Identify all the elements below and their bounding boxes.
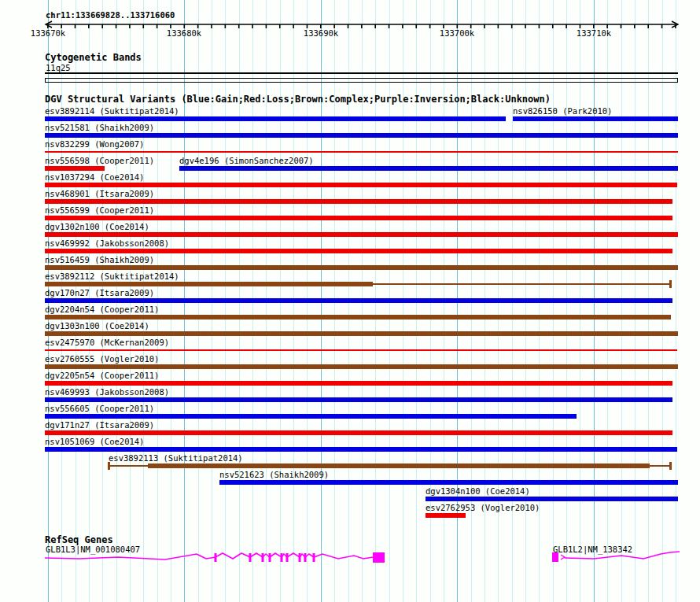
cytoband-label[interactable]: 11q25 [46,63,71,72]
gridline [676,0,676,602]
cytoband-baseline [45,72,678,74]
variant-label[interactable]: dgv1303n100 (Coe2014) [45,321,149,331]
variant-label[interactable]: nsv468901 (Itsara2009) [45,189,154,198]
variant-label[interactable]: esv3892114 (Suktitipat2014) [45,106,179,116]
dgv-track-title: DGV Structural Variants (Blue:Gain;Red:L… [45,94,551,105]
variant-bar[interactable] [45,430,672,435]
variant-label[interactable]: nsv1051069 (Coe2014) [45,437,144,446]
variant-bar[interactable] [45,381,672,386]
cytobands-track-title: Cytogenetic Bands [45,53,142,63]
variant-bar[interactable] [426,497,678,501]
variant-end-tick [669,462,672,470]
variant-bar[interactable] [148,464,650,468]
variant-label[interactable]: dgv2204n54 (Cooper2011) [45,305,159,314]
variant-span-line[interactable] [373,283,670,285]
variant-bar[interactable] [45,282,373,286]
variant-label[interactable]: dgv2205n54 (Cooper2011) [45,371,159,380]
gene-models[interactable] [0,547,700,574]
variant-label[interactable]: esv3892112 (Suktitipat2014) [45,271,179,281]
variant-label[interactable]: nsv521581 (Shaikh2009) [45,123,154,132]
variant-label[interactable]: nsv521623 (Shaikh2009) [219,470,329,479]
variant-label[interactable]: nsv1037294 (Coe2014) [45,172,144,182]
variant-label[interactable]: esv3892113 (Suktitipat2014) [109,453,243,463]
variant-bar[interactable] [45,265,678,270]
variant-label[interactable]: dgv1302n100 (Coe2014) [45,222,149,231]
variant-label[interactable]: esv2760555 (Vogler2010) [45,354,159,364]
variant-label[interactable]: esv2762953 (Vogler2010) [426,503,540,512]
ruler-tick-label: 133700k [440,28,474,38]
variant-label[interactable]: nsv826150 (Park2010) [513,106,612,116]
variant-bar[interactable] [45,331,678,336]
variant-bar[interactable] [45,183,677,187]
variant-bar[interactable] [45,447,677,452]
variant-label[interactable]: nsv556598 (Cooper2011) [45,156,154,165]
variant-span-line[interactable] [650,465,670,467]
variant-label[interactable]: dgv4e196 (SimonSanchez2007) [179,156,314,165]
variant-bar[interactable] [45,166,105,171]
ruler-tick-label: 133670k [31,28,65,38]
variant-label[interactable]: nsv516459 (Shaikh2009) [45,255,154,264]
variant-bar[interactable] [426,513,466,518]
variant-span-line[interactable] [45,151,678,153]
variant-label[interactable]: dgv1304n100 (Coe2014) [426,486,530,496]
variant-bar[interactable] [45,216,672,220]
variant-span-line[interactable] [45,349,677,351]
variant-bar[interactable] [45,199,672,204]
variant-bar[interactable] [45,397,672,402]
genome-browser-panel: chr11:133669828..133716060 133670k133680… [0,0,700,602]
variant-bar[interactable] [45,133,678,138]
variant-bar[interactable] [45,315,671,319]
variant-label[interactable]: esv2475970 (McKernan2009) [45,338,169,347]
variant-label[interactable]: dgv171n27 (Itsara2009) [45,420,154,430]
ruler-tick-label: 133710k [577,28,611,38]
variant-label[interactable]: nsv469992 (Jakobsson2008) [45,238,169,248]
cytoband-band-box[interactable] [45,78,678,83]
ruler-tick-label: 133690k [304,28,338,38]
variant-label[interactable]: nsv556605 (Cooper2011) [45,404,154,413]
variant-label[interactable]: dgv170n27 (Itsara2009) [45,288,154,297]
variant-bar[interactable] [45,116,506,121]
ruler-tick-label: 133680k [167,28,201,38]
variant-bar[interactable] [179,166,678,171]
variant-bar[interactable] [219,480,678,485]
variant-label[interactable]: nsv832299 (Wong2007) [45,139,144,149]
variant-end-tick [669,280,672,288]
variant-bar[interactable] [45,414,577,419]
variant-bar[interactable] [45,232,678,237]
variant-label[interactable]: nsv469993 (Jakobsson2008) [45,387,169,397]
variant-bar[interactable] [513,116,678,121]
variant-bar[interactable] [45,298,672,303]
variant-bar[interactable] [45,249,672,253]
variant-label[interactable]: nsv556599 (Cooper2011) [45,205,154,215]
variant-span-line[interactable] [109,465,148,467]
variant-bar[interactable] [45,364,678,369]
